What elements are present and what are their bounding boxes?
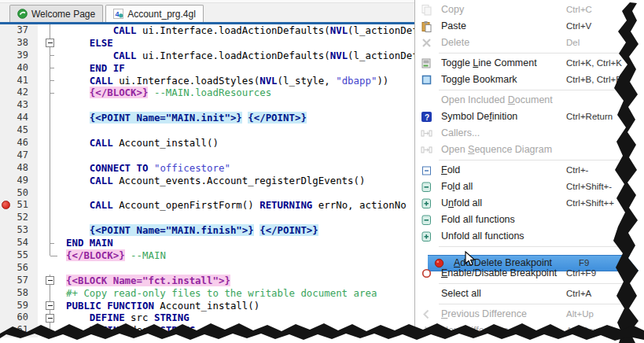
menu-item-enable-disable-breakpoint[interactable]: Enable/Disable BreakpointCtrl+F9 (415, 265, 644, 282)
line-number: 52 (17, 212, 28, 224)
menu-item-fold-all-functions[interactable]: Fold all functions (415, 212, 644, 228)
line-comment-icon (421, 57, 432, 69)
menu-separator (439, 90, 642, 90)
menu-separator (439, 160, 642, 160)
menu-item-toggle-line-comment[interactable]: Toggle Line CommentCtrl+K, Ctrl+K (415, 55, 644, 72)
svg-text:?: ? (425, 113, 429, 122)
gutter-line-42[interactable]: 42 (0, 87, 38, 99)
fold-marker (38, 124, 63, 137)
gutter-line-58[interactable]: 58 (0, 287, 38, 300)
gutter-line-38[interactable]: 38 (0, 37, 38, 50)
menu-item-label: Enable/Disable Breakpoint (441, 267, 557, 278)
menu-item-open-sequence-diagram[interactable]: Open Sequence Diagram (415, 142, 644, 158)
gutter-line-52[interactable]: 52 (0, 212, 38, 224)
fold-marker (38, 187, 63, 200)
menu-item-shortcut: Ctrl+Return (566, 112, 613, 121)
fold-icon (421, 164, 432, 176)
gutter-line-43[interactable]: 43 (0, 99, 38, 112)
line-number: 48 (17, 162, 28, 175)
menu-item-unfold-all-functions[interactable]: Unfold all functions (415, 228, 644, 245)
gutter-line-49[interactable]: 49 (0, 175, 38, 187)
line-number: 49 (17, 175, 28, 187)
gutter-line-47[interactable]: 47 (0, 149, 38, 162)
gutter-line-45[interactable]: 45 (0, 124, 38, 137)
paste-icon (421, 20, 432, 32)
callers-icon (421, 127, 432, 139)
fold-all-icon (421, 214, 432, 226)
menu-item-copy[interactable]: CopyCtrl+C (415, 2, 644, 18)
menu-item-previous-difference[interactable]: Previous DifferenceAlt+Up (415, 306, 644, 323)
screen: Welcome Page 4 Account_prg.4gl 37 CALL u… (0, 0, 644, 343)
line-number: 42 (17, 87, 28, 99)
menu-item-shortcut: Ctrl+- (566, 165, 588, 175)
menu-item-unfold-all[interactable]: Unfold allCtrl+Shift++ (415, 195, 644, 212)
tab-label: Welcome Page (31, 9, 95, 20)
gutter-line-57[interactable]: 57 (0, 275, 38, 287)
bookmark-icon (421, 74, 432, 86)
menu-item-next-difference[interactable]: Next DifferenceAlt+Down (415, 323, 644, 339)
menu-item-symbol-definition[interactable]: ?Symbol DefinitionCtrl+Return (415, 109, 644, 125)
gutter-line-37[interactable]: 37 (0, 24, 38, 37)
gutter-line-39[interactable]: 39 (0, 50, 38, 62)
fold-marker[interactable] (38, 37, 63, 50)
menu-item-shortcut: Ctrl+Shift+- (566, 182, 612, 191)
tab-account-prg-4gl[interactable]: 4 Account_prg.4gl (105, 5, 204, 22)
menu-item-label: Fold all (441, 181, 473, 192)
gutter-line-44[interactable]: 44 (0, 112, 38, 124)
fold-marker (38, 137, 63, 149)
gutter-line-51[interactable]: 51 (0, 199, 38, 212)
gutter-line-60[interactable]: 60 (0, 312, 38, 324)
menu-item-label: Unfold all (441, 197, 482, 208)
menu-item-shortcut: Ctrl+F9 (566, 268, 596, 278)
menu-item-open-included-document[interactable]: Open Included Document (415, 92, 644, 109)
menu-item-toggle-bookmark[interactable]: Toggle BookmarkCtrl+B, Ctrl+B (415, 72, 644, 88)
gutter-line-56[interactable]: 56 (0, 262, 38, 275)
gutter-line-48[interactable]: 48 (0, 162, 38, 175)
line-number: 39 (17, 50, 28, 62)
menu-item-label: Next Difference (441, 325, 509, 336)
gutter-line-55[interactable]: 55 (0, 249, 38, 262)
fold-marker (38, 112, 63, 124)
fold-marker[interactable] (38, 275, 63, 287)
menu-item-paste[interactable]: PasteCtrl+V (415, 18, 644, 35)
fold-marker (38, 249, 63, 262)
line-number: 60 (17, 312, 28, 324)
menu-item-fold[interactable]: FoldCtrl+- (415, 162, 644, 179)
menu-item-label: Previous Difference (441, 308, 527, 319)
chevron-left-icon (421, 308, 432, 320)
menu-item-delete[interactable]: DeleteDel (415, 35, 644, 51)
line-number: 45 (17, 124, 28, 137)
fold-marker[interactable] (38, 300, 63, 312)
menu-item-callers[interactable]: Callers... (415, 125, 644, 142)
menu-item-label: Select all (441, 288, 481, 299)
menu-item-label: Copy (441, 4, 464, 15)
gutter-line-50[interactable]: 50 (0, 187, 38, 200)
fold-marker (38, 287, 63, 300)
fold-all-icon (421, 181, 432, 193)
menu-item-shortcut: Ctrl+K, Ctrl+K (566, 58, 622, 68)
fold-marker (38, 162, 63, 175)
gutter-line-40[interactable]: 40 (0, 62, 38, 75)
4gl-file-icon: 4 (113, 9, 123, 19)
fold-marker[interactable] (38, 312, 63, 324)
gutter-line-59[interactable]: 59 (0, 300, 38, 312)
gutter-line-53[interactable]: 53 (0, 224, 38, 237)
menu-item-shortcut: Ctrl+A (566, 289, 591, 298)
tab-welcome-page[interactable]: Welcome Page (9, 5, 103, 22)
fold-marker (38, 87, 63, 99)
menu-item-label: Unfold all functions (441, 231, 524, 242)
gutter-line-54[interactable]: 54 (0, 237, 38, 249)
gutter-line-61[interactable]: 61 (0, 324, 38, 337)
gutter-line-41[interactable]: 41 (0, 75, 38, 87)
chevron-right-icon (421, 325, 432, 337)
line-number: 43 (17, 99, 28, 112)
menu-item-label: Open Included Document (441, 94, 553, 105)
sequence-diagram-icon (421, 144, 432, 156)
breakpoint-icon[interactable] (2, 201, 10, 209)
gutter-line-46[interactable]: 46 (0, 137, 38, 149)
breakpoint-outline-icon (421, 267, 432, 279)
line-number: 56 (17, 262, 28, 275)
fold-marker (38, 99, 63, 112)
menu-item-fold-all[interactable]: Fold allCtrl+Shift+- (415, 179, 644, 195)
menu-item-select-all[interactable]: Select allCtrl+A (415, 286, 644, 302)
